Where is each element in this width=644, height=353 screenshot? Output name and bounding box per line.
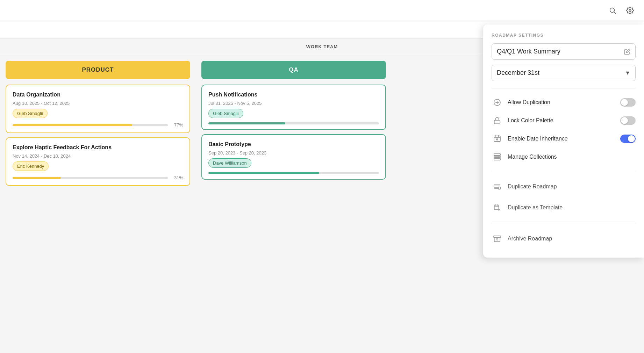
progress-row: 31%	[13, 175, 183, 180]
gear-button[interactable]	[623, 3, 637, 17]
svg-rect-23	[494, 236, 501, 238]
lock-color-toggle[interactable]	[620, 116, 636, 125]
toggle-knob	[628, 135, 635, 142]
card-basic-prototype: Basic Prototype Sep 20, 2023 - Sep 20, 2…	[201, 134, 386, 180]
copy-lines-icon	[492, 181, 503, 192]
card-date: Jul 31, 2025 - Nov 5, 2025	[208, 101, 379, 106]
product-column: PRODUCT Data Organization Aug 10, 2025 -…	[0, 55, 196, 353]
search-button[interactable]	[606, 3, 620, 17]
chevron-down-icon: ▼	[625, 70, 630, 76]
edit-icon[interactable]	[624, 49, 630, 55]
product-column-header: PRODUCT	[6, 61, 190, 79]
lock-color-row: Lock Color Palette	[492, 111, 636, 130]
calendar-copy-icon	[492, 202, 503, 213]
lock-icon	[492, 115, 503, 126]
progress-row	[208, 172, 379, 174]
date-dropdown[interactable]: December 31st ▼	[492, 65, 636, 81]
progress-bar-fill	[13, 177, 61, 179]
divider-2	[492, 171, 636, 171]
divider-1	[492, 88, 636, 88]
allow-duplication-label: Allow Duplication	[508, 99, 615, 106]
divider-3	[492, 223, 636, 223]
header	[0, 0, 644, 21]
card-title: Basic Prototype	[208, 141, 379, 147]
qa-column: QA Push Notifications Jul 31, 2025 - Nov…	[196, 55, 392, 353]
card-title: Push Notifications	[208, 92, 379, 98]
svg-rect-19	[494, 205, 499, 210]
svg-rect-6	[494, 120, 500, 124]
roadmap-name: Q4/Q1 Work Summary	[497, 48, 621, 55]
card-push-notifications: Push Notifications Jul 31, 2025 - Nov 5,…	[201, 85, 386, 130]
date-inheritance-toggle[interactable]	[620, 135, 636, 143]
progress-bar-bg	[13, 177, 168, 179]
duplicate-roadmap-label: Duplicate Roadmap	[508, 183, 557, 190]
card-haptic-feedback: Explore Haptic Feedback For Actions Nov …	[6, 137, 190, 186]
card-tag: Gleb Smaglii	[208, 109, 243, 118]
duplicate-circle-icon	[492, 97, 503, 108]
card-title: Explore Haptic Feedback For Actions	[13, 144, 183, 151]
card-tag: Eric Kennedy	[13, 161, 49, 171]
progress-bar-bg	[208, 172, 379, 174]
lock-color-label: Lock Color Palette	[508, 117, 615, 124]
date-label: December 31st	[497, 69, 625, 77]
roadmap-name-row[interactable]: Q4/Q1 Work Summary	[492, 43, 636, 60]
toggle-knob	[621, 117, 628, 124]
card-date: Sep 20, 2023 - Sep 20, 2023	[208, 150, 379, 156]
svg-rect-11	[494, 154, 500, 156]
progress-row: 77%	[13, 122, 183, 128]
card-date: Nov 14, 2024 - Dec 10, 2024	[13, 153, 183, 159]
progress-label: 77%	[171, 122, 183, 128]
duplicate-template-label: Duplicate as Template	[508, 204, 563, 211]
settings-panel-title: ROADMAP SETTINGS	[492, 33, 636, 38]
progress-bar-fill	[208, 122, 285, 124]
qa-column-header: QA	[201, 61, 386, 79]
archive-roadmap-row[interactable]: Archive Roadmap	[492, 228, 636, 249]
card-tag: Dave Williamson	[208, 158, 251, 168]
progress-bar-fill	[13, 124, 132, 126]
svg-rect-18	[499, 187, 501, 189]
toggle-knob	[621, 99, 628, 106]
date-inheritance-row: Enable Date Inheritance	[492, 130, 636, 148]
progress-row	[208, 122, 379, 124]
svg-point-2	[629, 9, 631, 12]
progress-bar-bg	[208, 122, 379, 124]
manage-collections-label: Manage Collections	[508, 154, 636, 160]
progress-label: 31%	[171, 175, 183, 180]
duplicate-roadmap-row[interactable]: Duplicate Roadmap	[492, 176, 636, 197]
card-title: Data Organization	[13, 92, 183, 98]
card-data-organization: Data Organization Aug 10, 2025 - Oct 12,…	[6, 85, 190, 133]
archive-icon	[492, 233, 503, 244]
allow-duplication-row: Allow Duplication	[492, 93, 636, 111]
card-date: Aug 10, 2025 - Oct 12, 2025	[13, 101, 183, 106]
duplicate-template-row[interactable]: Duplicate as Template	[492, 197, 636, 218]
svg-rect-13	[494, 158, 500, 160]
svg-rect-12	[494, 156, 500, 158]
allow-duplication-toggle[interactable]	[620, 98, 636, 107]
svg-line-1	[614, 12, 616, 14]
manage-collections-row[interactable]: Manage Collections	[492, 148, 636, 166]
archive-roadmap-label: Archive Roadmap	[508, 236, 552, 242]
settings-panel: ROADMAP SETTINGS Q4/Q1 Work Summary Dece…	[483, 24, 644, 258]
progress-bar-fill	[208, 172, 319, 174]
card-tag: Gleb Smaglii	[13, 109, 48, 118]
progress-bar-bg	[13, 124, 168, 126]
layers-icon	[492, 151, 503, 163]
calendar-refresh-icon	[492, 133, 503, 144]
date-inheritance-label: Enable Date Inheritance	[508, 136, 615, 142]
